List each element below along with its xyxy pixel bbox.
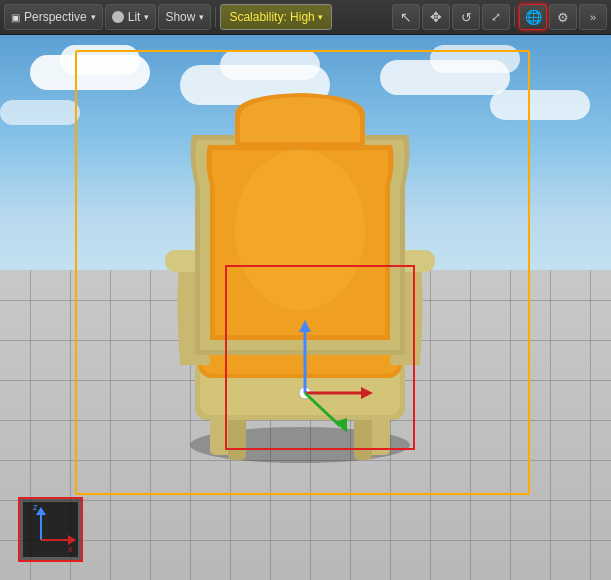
corner-orientation-gizmo: z x: [18, 497, 83, 562]
scale-tool-button[interactable]: ⤢: [482, 4, 510, 30]
lit-icon: [112, 11, 124, 23]
svg-point-12: [235, 150, 365, 310]
svg-marker-17: [361, 387, 373, 399]
translate-icon: ✥: [430, 9, 442, 25]
rotate-icon: ↺: [461, 10, 472, 25]
rotate-tool-button[interactable]: ↺: [452, 4, 480, 30]
perspective-button[interactable]: ▣ Perspective ▾: [4, 4, 103, 30]
perspective-label: Perspective: [24, 10, 87, 24]
lit-label: Lit: [128, 10, 141, 24]
more-icon: »: [590, 11, 596, 23]
viewport-settings-button[interactable]: ⚙: [549, 4, 577, 30]
separator-2: [514, 7, 515, 27]
world-grid-button[interactable]: 🌐: [519, 4, 547, 30]
more-options-button[interactable]: »: [579, 4, 607, 30]
dropdown-arrow: ▾: [199, 12, 204, 22]
select-tool-button[interactable]: ↖: [392, 4, 420, 30]
scalability-button[interactable]: Scalability: High ▾: [220, 4, 331, 30]
dropdown-arrow: ▾: [144, 12, 149, 22]
toolbar: ▣ Perspective ▾ Lit ▾ Show ▾ Scalability…: [0, 0, 611, 34]
perspective-icon: ▣: [11, 12, 20, 23]
svg-line-18: [305, 393, 340, 426]
show-label: Show: [165, 10, 195, 24]
dropdown-arrow: ▾: [91, 12, 96, 22]
dropdown-arrow: ▾: [318, 12, 323, 22]
svg-rect-3: [228, 415, 246, 460]
translate-tool-button[interactable]: ✥: [422, 4, 450, 30]
lit-button[interactable]: Lit ▾: [105, 4, 157, 30]
svg-marker-15: [299, 320, 311, 332]
z-label: z: [33, 502, 38, 512]
svg-marker-19: [335, 418, 347, 433]
scalability-label: Scalability: High: [229, 10, 314, 24]
viewport[interactable]: z x ▣ Perspective ▾ Lit ▾ Show ▾: [0, 0, 611, 580]
separator-1: [215, 7, 216, 27]
scale-icon: ⤢: [491, 10, 501, 24]
settings-icon: ⚙: [557, 10, 569, 25]
world-icon: 🌐: [525, 9, 542, 25]
cloud: [0, 100, 80, 125]
transform-gizmo: [275, 318, 375, 438]
x-label: x: [68, 544, 73, 554]
cursor-icon: ↖: [400, 9, 412, 25]
show-button[interactable]: Show ▾: [158, 4, 211, 30]
